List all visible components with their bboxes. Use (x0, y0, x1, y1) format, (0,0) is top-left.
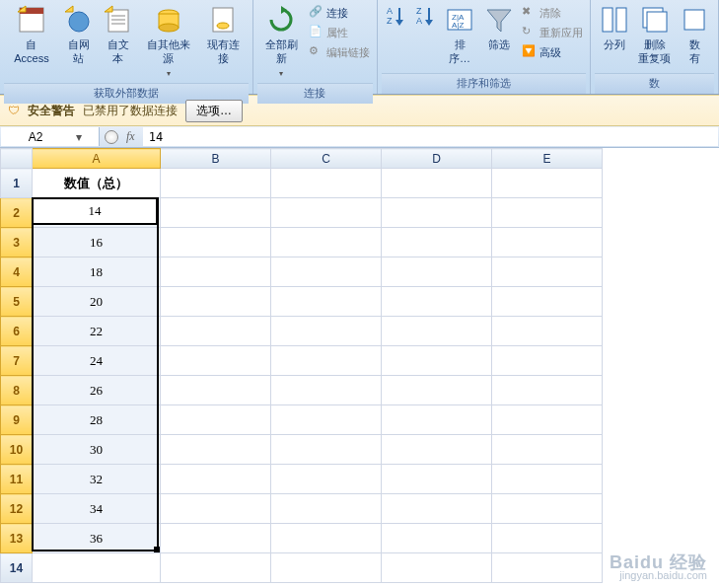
row-header-6[interactable]: 6 (1, 317, 33, 346)
remove-duplicates-button[interactable]: 删除 重复项 (634, 2, 675, 67)
cell-C8[interactable] (271, 376, 382, 405)
cell-A6[interactable]: 22 (33, 317, 161, 346)
cell-D12[interactable] (382, 494, 492, 524)
cell-E10[interactable] (492, 435, 603, 465)
refresh-all-button[interactable]: 全部刷新 ▾ (257, 2, 306, 83)
from-access-button[interactable]: 自 Access (4, 2, 59, 67)
cell-D9[interactable] (382, 405, 492, 435)
row-header-13[interactable]: 13 (1, 524, 33, 553)
cell-D4[interactable] (382, 257, 492, 287)
cell-D11[interactable] (382, 465, 492, 494)
cell-D1[interactable] (382, 169, 492, 198)
cell-D2[interactable] (382, 198, 492, 228)
properties-button[interactable]: 📄属性 (306, 24, 373, 41)
cell-A4[interactable]: 18 (33, 257, 161, 287)
cancel-icon[interactable] (105, 130, 118, 144)
column-header-C[interactable]: C (271, 149, 382, 169)
cell-D10[interactable] (382, 435, 492, 465)
clear-filter-button[interactable]: ✖清除 (519, 4, 586, 22)
cell-A13[interactable]: 36 (33, 524, 161, 553)
cell-E8[interactable] (492, 376, 603, 405)
formula-input[interactable] (143, 127, 718, 146)
cell-A12[interactable]: 34 (33, 494, 161, 524)
sort-desc-button[interactable]: ZA (410, 2, 440, 30)
cell-B13[interactable] (161, 524, 271, 553)
select-all-corner[interactable] (1, 149, 33, 169)
connections-button[interactable]: 🔗连接 (306, 4, 373, 22)
cell-E9[interactable] (492, 405, 603, 435)
cell-A9[interactable]: 28 (33, 405, 161, 435)
cell-B4[interactable] (161, 257, 271, 287)
cell-B9[interactable] (161, 405, 271, 435)
existing-connections-button[interactable]: 现有连接 (198, 2, 249, 67)
name-box-dropdown[interactable]: ▾ (70, 130, 88, 144)
cell-E1[interactable] (492, 169, 603, 198)
cell-B10[interactable] (161, 435, 271, 465)
cell-B5[interactable] (161, 287, 271, 317)
edit-links-button[interactable]: ⚙编辑链接 (306, 43, 373, 61)
cell-B14[interactable] (161, 553, 271, 583)
cell-A7[interactable]: 24 (33, 346, 161, 376)
cell-A10[interactable]: 30 (33, 435, 161, 465)
column-header-E[interactable]: E (492, 149, 603, 169)
cell-E14[interactable] (492, 553, 603, 583)
sort-asc-button[interactable]: AZ (382, 2, 411, 30)
cell-A1[interactable]: 数值（总） (33, 169, 161, 198)
cell-B1[interactable] (161, 169, 271, 198)
column-header-D[interactable]: D (382, 149, 492, 169)
cell-B12[interactable] (161, 494, 271, 524)
row-header-7[interactable]: 7 (1, 346, 33, 376)
cell-E11[interactable] (492, 465, 603, 494)
cell-D5[interactable] (382, 287, 492, 317)
row-header-14[interactable]: 14 (1, 553, 33, 583)
cell-E12[interactable] (492, 494, 603, 524)
cell-C14[interactable] (271, 553, 382, 583)
from-other-sources-button[interactable]: 自其他来源 ▾ (138, 2, 198, 83)
cell-C3[interactable] (271, 228, 382, 257)
column-header-A[interactable]: A (33, 149, 161, 169)
cell-D14[interactable] (382, 553, 492, 583)
row-header-9[interactable]: 9 (1, 405, 33, 435)
cell-A11[interactable]: 32 (33, 465, 161, 494)
column-header-B[interactable]: B (161, 149, 271, 169)
cell-D3[interactable] (382, 228, 492, 257)
cell-A5[interactable]: 20 (33, 287, 161, 317)
cell-A14[interactable] (33, 553, 161, 583)
cell-B11[interactable] (161, 465, 271, 494)
row-header-8[interactable]: 8 (1, 376, 33, 405)
row-header-11[interactable]: 11 (1, 465, 33, 494)
cell-B8[interactable] (161, 376, 271, 405)
cell-D8[interactable] (382, 376, 492, 405)
cell-B2[interactable] (161, 198, 271, 228)
sort-dialog-button[interactable]: Z|AA|Z 排序… (440, 2, 479, 67)
data-validation-button[interactable]: 数 有 (675, 2, 714, 67)
cell-A3[interactable]: 16 (33, 228, 161, 257)
grid[interactable]: ABCDE1数值（总）21431641852062272482692810301… (0, 148, 603, 583)
from-web-button[interactable]: 自网站 (59, 2, 99, 67)
reapply-button[interactable]: ↻重新应用 (519, 24, 586, 41)
cell-E7[interactable] (492, 346, 603, 376)
cell-C6[interactable] (271, 317, 382, 346)
from-text-button[interactable]: 自文本 (99, 2, 138, 67)
fx-button[interactable]: fx (122, 129, 139, 144)
cell-C10[interactable] (271, 435, 382, 465)
cell-E4[interactable] (492, 257, 603, 287)
cell-C1[interactable] (271, 169, 382, 198)
cell-E13[interactable] (492, 524, 603, 553)
cell-C2[interactable] (271, 198, 382, 228)
row-header-3[interactable]: 3 (1, 228, 33, 257)
cell-B7[interactable] (161, 346, 271, 376)
cell-C4[interactable] (271, 257, 382, 287)
row-header-12[interactable]: 12 (1, 494, 33, 524)
cell-C5[interactable] (271, 287, 382, 317)
row-header-5[interactable]: 5 (1, 287, 33, 317)
cell-C9[interactable] (271, 405, 382, 435)
cell-B3[interactable] (161, 228, 271, 257)
advanced-filter-button[interactable]: 🔽高级 (519, 43, 586, 61)
cell-D6[interactable] (382, 317, 492, 346)
options-button[interactable]: 选项… (185, 100, 243, 122)
cell-E6[interactable] (492, 317, 603, 346)
filter-button[interactable]: 筛选 (479, 2, 519, 53)
cell-E3[interactable] (492, 228, 603, 257)
row-header-2[interactable]: 2 (1, 198, 33, 228)
